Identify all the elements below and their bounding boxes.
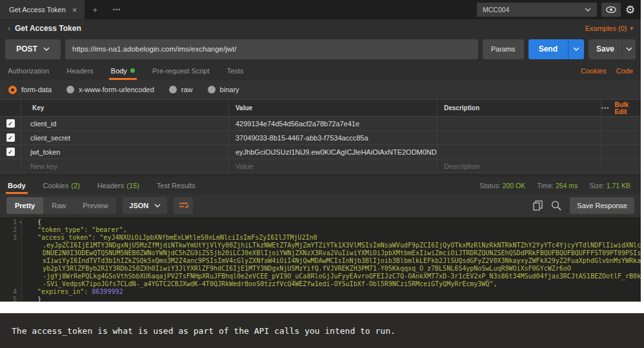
new-key-input[interactable]: New key xyxy=(21,159,229,173)
send-options-button[interactable] xyxy=(568,39,584,59)
tab-bar: Get Access Token × + ••• MCC004 ⚙ xyxy=(0,0,641,19)
more-options-icon[interactable]: ••• xyxy=(601,105,609,111)
mode-form-data[interactable]: form-data xyxy=(8,86,52,94)
caption-bar: The access_token is what is used as part… xyxy=(0,313,644,348)
new-value-input[interactable]: Value xyxy=(229,159,438,173)
mode-form-data-label: form-data xyxy=(21,86,52,93)
examples-dropdown[interactable]: Examples (0) ▾ xyxy=(585,24,633,32)
url-row: POST https://ims-na1.adobelogin.com/ims/… xyxy=(0,37,641,61)
code-line: -jgYj8WrRePQLkg4GSoVthSbbXU6aqajPV2TsFNH… xyxy=(0,273,641,280)
fold-caret-icon[interactable]: ▾ xyxy=(19,218,22,226)
key-cell[interactable]: client_secret xyxy=(21,131,229,144)
chevron-down-icon: ▾ xyxy=(630,25,633,32)
checkbox-checked[interactable]: ✓ xyxy=(6,148,15,156)
tab-pre-request-script[interactable]: Pre-request Script xyxy=(152,61,210,80)
response-tab-test-results[interactable]: Test Results xyxy=(157,177,196,194)
save-button[interactable]: Save xyxy=(589,39,622,59)
response-meta: Status: 200 OK Time: 254 ms Size: 1.71 K… xyxy=(479,182,633,189)
mode-binary[interactable]: binary xyxy=(208,86,239,93)
send-button[interactable]: Send xyxy=(528,39,568,59)
response-tab-headers[interactable]: Headers (15) xyxy=(97,177,139,194)
value-cell[interactable]: 37049033-8b15-4467-abb3-f7534accc85a xyxy=(229,131,438,144)
settings-gear-icon[interactable]: ⚙ xyxy=(625,5,639,15)
cookies-label: Cookies xyxy=(43,182,69,189)
page-gap xyxy=(0,302,644,313)
url-input[interactable]: https://ims-na1.adobelogin.com/ims/excha… xyxy=(65,39,478,59)
time-badge: Time: 254 ms xyxy=(537,182,578,189)
postman-window: Get Access Token × + ••• MCC004 ⚙ › Get … xyxy=(0,0,641,302)
value-cell[interactable]: 4299134e74d54d56acf2a78b72a7e41e xyxy=(229,117,438,130)
headers-label: Headers xyxy=(97,182,125,189)
word-wrap-button[interactable] xyxy=(174,197,193,214)
radio-icon xyxy=(66,86,74,93)
save-options-button[interactable] xyxy=(622,39,636,59)
checkbox-checked[interactable]: ✓ xyxy=(6,133,15,142)
mode-binary-label: binary xyxy=(220,86,239,93)
mode-x-www-form-urlencoded[interactable]: x-www-form-urlencoded xyxy=(66,86,154,93)
header-key: Key xyxy=(21,100,229,116)
header-checkbox-cell xyxy=(0,100,21,116)
body-active-dot-icon xyxy=(130,68,135,73)
description-cell[interactable] xyxy=(438,131,601,144)
request-tab[interactable]: Get Access Token × xyxy=(0,0,85,19)
description-cell[interactable] xyxy=(438,145,601,159)
code-line: 4 "expires_in": 86399992 xyxy=(0,288,641,296)
copy-icon[interactable] xyxy=(533,200,543,211)
word-wrap-icon xyxy=(179,202,188,209)
key-cell[interactable]: client_id xyxy=(21,117,229,130)
new-tab-button[interactable]: + xyxy=(85,0,105,19)
code-line: DNUE2N0I3ODEwQTQ5NUM5NEB0ZWNoYWNjdC5hZG9… xyxy=(0,249,641,257)
request-title: Get Access Token xyxy=(15,24,81,33)
caption-text: The access_token is what is used as part… xyxy=(12,326,396,336)
params-button[interactable]: Params xyxy=(483,39,524,59)
view-mode-segment: Pretty Raw Preview xyxy=(6,197,116,214)
tab-body-label: Body xyxy=(111,67,127,75)
tab-headers[interactable]: Headers xyxy=(66,61,94,80)
radio-icon xyxy=(169,86,177,93)
mode-raw[interactable]: raw xyxy=(169,86,193,93)
header-actions: ••• Bulk Edit xyxy=(601,101,641,115)
row-checkbox-cell: ✓ xyxy=(0,145,21,159)
bulk-edit-link[interactable]: Bulk Edit xyxy=(614,101,636,115)
search-icon[interactable] xyxy=(551,200,561,211)
description-cell[interactable] xyxy=(438,117,601,130)
collapse-caret-icon[interactable]: › xyxy=(8,24,10,33)
view-raw-button[interactable]: Raw xyxy=(43,197,74,214)
key-cell[interactable]: jwt_token xyxy=(21,145,229,159)
tab-body[interactable]: Body xyxy=(111,61,135,80)
value-cell[interactable]: eyJhbGciOiJSUzI1NiJ9.ew0KICAgICJleHAiOiA… xyxy=(229,145,438,159)
method-selector[interactable]: POST xyxy=(5,39,61,59)
response-tab-cookies[interactable]: Cookies (2) xyxy=(43,177,80,194)
close-tab-icon[interactable]: × xyxy=(72,5,77,15)
examples-label: Examples (0) xyxy=(585,24,627,32)
tab-options-button[interactable]: ••• xyxy=(105,0,128,19)
cookies-link[interactable]: Cookies xyxy=(581,67,607,75)
view-pretty-button[interactable]: Pretty xyxy=(6,197,43,214)
request-tabs-row: Authorization Headers Body Pre-request S… xyxy=(0,61,641,80)
chevron-down-icon xyxy=(154,204,161,208)
code-line: 5 } xyxy=(0,296,641,302)
save-response-button[interactable]: Save Response xyxy=(570,197,634,214)
tab-authorization[interactable]: Authorization xyxy=(8,61,49,80)
tab-tests[interactable]: Tests xyxy=(227,61,244,80)
format-selector[interactable]: JSON xyxy=(123,197,167,214)
request-tab-title: Get Access Token xyxy=(9,6,66,14)
response-tab-body[interactable]: Body xyxy=(8,177,26,194)
environment-selector[interactable]: MCC004 xyxy=(477,3,597,17)
size-badge: Size: 1.71 KB xyxy=(589,182,630,189)
code-line: 1▾ { xyxy=(0,218,641,226)
format-label: JSON xyxy=(129,202,148,209)
table-header-row: Key Value Description ••• Bulk Edit xyxy=(0,100,641,117)
environment-quicklook-button[interactable] xyxy=(601,3,621,17)
checkbox-checked[interactable]: ✓ xyxy=(6,119,15,128)
table-row-new: New key Value Description xyxy=(0,159,641,173)
response-body-viewer[interactable]: 1▾ { 2 "token_type": "bearer", 3 "access… xyxy=(0,217,641,302)
chevron-down-icon xyxy=(585,8,591,12)
new-description-input[interactable]: Description xyxy=(438,159,601,173)
code-line: 3 "access_token": "eyJ4NXUiOiJpbXNfbmExL… xyxy=(0,234,641,242)
status-badge: Status: 200 OK xyxy=(479,182,525,189)
request-tabs-right: Cookies Code xyxy=(581,67,633,75)
request-title-row: › Get Access Token Examples (0) ▾ xyxy=(0,19,641,37)
code-link[interactable]: Code xyxy=(616,67,633,75)
view-preview-button[interactable]: Preview xyxy=(74,197,116,214)
